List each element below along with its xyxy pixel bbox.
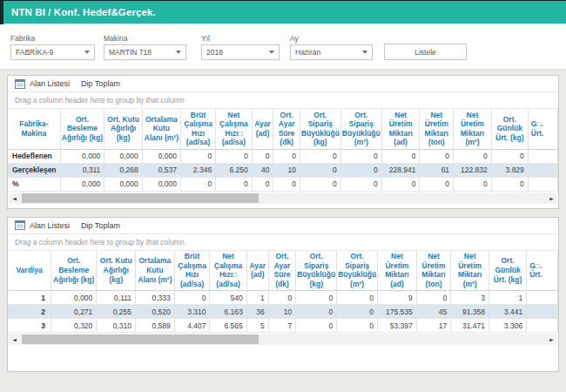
cell: 0,320 xyxy=(51,319,97,333)
fabrika-select-value: FABRİKA-9 xyxy=(16,48,53,57)
cell: 7 xyxy=(268,319,295,333)
filter-ay: Ay Haziran xyxy=(290,34,373,60)
column-header[interactable]: Ort. Günlük Ürt. (kg) xyxy=(489,251,527,291)
grid-toolbar: Alan ListesiDip Toplam xyxy=(8,76,558,92)
yil-select-value: 2018 xyxy=(206,48,223,57)
cell: 0 xyxy=(300,149,340,163)
column-header[interactable]: Ort. Ayar Süre (dk) xyxy=(273,109,300,149)
fabrika-select[interactable]: FABRİKA-9 xyxy=(10,44,95,60)
cell: 0 xyxy=(216,149,253,163)
column-header[interactable]: Ayar (ad) xyxy=(252,109,273,149)
column-header[interactable]: Net Çalışma Hızı□ (ad/sa) xyxy=(210,251,246,291)
cell: 0,311 xyxy=(60,163,104,177)
cell: 0,589 xyxy=(136,319,175,333)
scroll-left-arrow[interactable]: ◄ xyxy=(9,193,20,204)
column-header-clipped[interactable]: G□. Ürt. xyxy=(527,251,558,291)
cell-clipped xyxy=(528,163,557,177)
column-header-key[interactable]: Fabrika-Makina xyxy=(8,109,60,149)
cell: 6.565 xyxy=(210,319,246,333)
scrollbar-thumb[interactable] xyxy=(22,193,259,203)
cell: 10 xyxy=(268,305,295,319)
row-label: Gerçekleşen xyxy=(8,163,60,177)
cell: 40 xyxy=(252,163,273,177)
column-header[interactable]: Brüt Çalışma Hızı (ad/sa) xyxy=(181,109,216,149)
table-row[interactable]: %0,0000,0000,0000000000000 xyxy=(8,177,558,191)
scroll-right-arrow[interactable]: ► xyxy=(546,193,557,204)
column-header[interactable]: Ort. Ayar Süre (dk) xyxy=(268,251,295,291)
cell: 6.163 xyxy=(210,305,246,319)
cell: 0 xyxy=(454,149,492,163)
grid-footer-space xyxy=(8,345,558,371)
field-list-icon xyxy=(15,220,25,230)
horizontal-scrollbar[interactable]: ◄► xyxy=(9,193,557,204)
cell: 0 xyxy=(337,305,378,319)
column-header[interactable]: Net Çalışma Hızı□ (ad/sa) xyxy=(216,109,253,149)
scrollbar-thumb[interactable] xyxy=(22,335,259,344)
column-header-clipped[interactable]: G□. Ürt. xyxy=(528,109,557,149)
filter-fabrika-label: Fabrika xyxy=(10,34,95,43)
cell: 10 xyxy=(273,163,300,177)
scroll-right-arrow[interactable]: ► xyxy=(546,334,557,345)
ay-select[interactable]: Haziran xyxy=(290,44,373,60)
cell: 228.941 xyxy=(381,163,420,177)
column-header[interactable]: Ort. Besleme Ağırlığı (kg) xyxy=(51,251,97,291)
cell: 0,271 xyxy=(51,305,97,319)
ay-select-value: Haziran xyxy=(295,48,320,57)
scrollbar-track[interactable] xyxy=(20,334,546,345)
field-list-button[interactable]: Alan Listesi xyxy=(30,221,70,230)
cell: 53.397 xyxy=(378,319,417,333)
column-header[interactable]: Ayar (ad) xyxy=(246,251,268,291)
column-header[interactable]: Ort. Sipariş Büyüklüğü (m²) xyxy=(337,251,378,291)
scrollbar-track[interactable] xyxy=(20,193,546,204)
grid-toolbar: Alan ListesiDip Toplam xyxy=(8,218,558,234)
cell-clipped xyxy=(527,305,558,319)
row-label: 1 xyxy=(8,291,51,305)
cell: 0,333 xyxy=(136,291,175,305)
chevron-down-icon xyxy=(84,51,90,54)
column-header[interactable]: Ortalama Kutu Alanı (m²) xyxy=(142,109,180,149)
filter-fabrika: Fabrika FABRİKA-9 xyxy=(10,34,95,60)
cell: 0,000 xyxy=(60,149,104,163)
table-row[interactable]: 20,2710,2550,5203.3106.163361000175.5354… xyxy=(8,305,558,319)
column-header[interactable]: Net Üretim Miktarı (ton) xyxy=(420,109,454,149)
column-header[interactable]: Net Üretim Miktarı (ton) xyxy=(416,251,451,291)
cell: 0,000 xyxy=(51,291,97,305)
listele-button[interactable]: Listele xyxy=(384,44,467,60)
footer-total-button[interactable]: Dip Toplam xyxy=(81,221,120,230)
column-header[interactable]: Ort. Kutu Ağırlığı (kg) xyxy=(104,109,142,149)
cell: 3.306 xyxy=(489,319,527,333)
column-header[interactable]: Ort. Besleme Ağırlığı (kg) xyxy=(60,109,104,149)
column-header[interactable]: Ort. Sipariş Büyüklüğü (m²) xyxy=(340,109,381,149)
table-row[interactable]: Gerçekleşen0,3110,2680,5372.3466.2504010… xyxy=(8,163,558,177)
target-actual-grid: Alan ListesiDip ToplamDrag a column head… xyxy=(7,75,559,209)
cell: 61 xyxy=(420,163,454,177)
footer-total-button[interactable]: Dip Toplam xyxy=(81,79,120,88)
yil-select[interactable]: 2018 xyxy=(201,44,280,60)
column-header[interactable]: Brüt Çalışma Hızı (ad/sa) xyxy=(174,251,210,291)
chevron-down-icon xyxy=(176,51,181,54)
table-row[interactable]: 30,3200,3100,5894.4076.565570053.3971731… xyxy=(8,319,558,333)
column-header[interactable]: Ort. Sipariş Büyüklüğü (kg) xyxy=(300,109,340,149)
column-header[interactable]: Ort. Sipariş Büyüklüğü (kg) xyxy=(296,251,337,291)
cell: 0 xyxy=(296,319,337,333)
column-header-key[interactable]: Vardiya xyxy=(8,251,51,291)
column-header[interactable]: Net Üretim Miktarı (ad) xyxy=(378,251,417,291)
cell: 0 xyxy=(337,291,378,305)
scroll-left-arrow[interactable]: ◄ xyxy=(9,334,20,345)
cell: 2.346 xyxy=(181,163,216,177)
column-header[interactable]: Net Üretim Miktarı (m²) xyxy=(451,251,489,291)
column-header[interactable]: Ortalama Kutu Alanı (m²) xyxy=(136,251,175,291)
column-header[interactable]: Net Üretim Miktarı (ad) xyxy=(381,109,420,149)
cell: 91.358 xyxy=(451,305,489,319)
column-header[interactable]: Ort. Kutu Ağırlığı (kg) xyxy=(97,251,136,291)
cell: 0 xyxy=(252,177,273,191)
cell: 0,000 xyxy=(142,177,180,191)
table-row[interactable]: 10,0000,1110,333054010009031 xyxy=(8,291,558,305)
field-list-button[interactable]: Alan Listesi xyxy=(30,79,70,88)
column-header[interactable]: Net Üretim Miktarı (m²) xyxy=(454,109,492,149)
horizontal-scrollbar[interactable]: ◄► xyxy=(9,334,557,345)
column-header[interactable]: Ort. Günlük Ürt. (kg) xyxy=(491,109,528,149)
cell-clipped xyxy=(528,177,557,191)
makina-select[interactable]: MARTIN 718 xyxy=(104,44,186,60)
table-row[interactable]: Hedeflenen0,0000,0000,0000000000000 xyxy=(8,149,558,163)
